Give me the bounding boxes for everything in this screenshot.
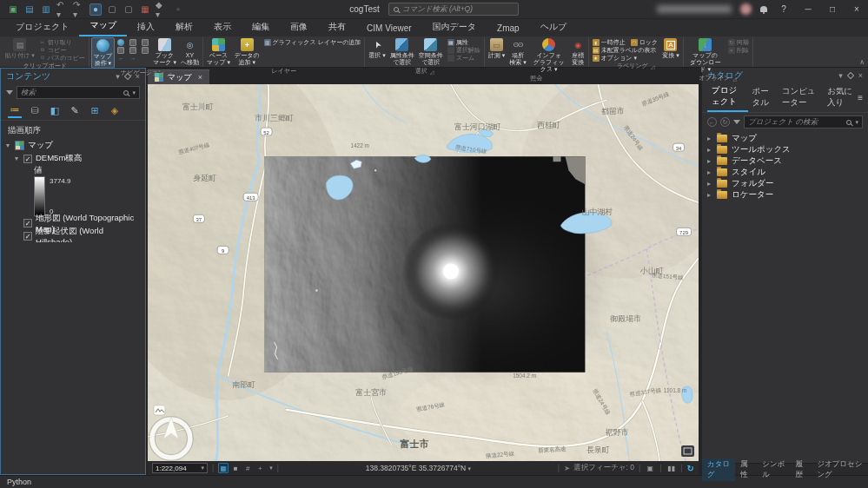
dock-tab-カタログ[interactable]: カタログ	[702, 458, 735, 481]
minimize-button[interactable]: ─	[800, 4, 816, 14]
ribbon-button-貼り付け[interactable]: 貼り付け ▾	[3, 37, 36, 60]
ribbon-button-grid[interactable]	[140, 46, 150, 54]
customize-icon[interactable]: ▫	[172, 3, 184, 16]
catalog-tab-お気に入り[interactable]: お気に入り	[823, 84, 858, 111]
selected-features-count[interactable]: ➤選択フィーチャ: 0	[564, 463, 634, 473]
dock-tab-履歴[interactable]: 履歴	[791, 458, 812, 481]
tab-snapping[interactable]: ⊞	[88, 104, 102, 118]
ribbon-button-ズーム[interactable]: ズーム	[446, 54, 476, 62]
overview-button[interactable]	[681, 445, 694, 457]
ribbon-tab-Zmap[interactable]: Zmap	[487, 21, 530, 36]
ribbon-button-arrowR[interactable]	[128, 54, 138, 62]
dialog-launcher-icon[interactable]: ◿	[651, 63, 655, 69]
expand-icon[interactable]: ▸	[706, 157, 712, 165]
disabled-tool-icon[interactable]: ▢	[106, 3, 118, 16]
dialog-launcher-icon[interactable]: ◿	[430, 69, 434, 75]
expand-icon[interactable]: ▾	[13, 155, 20, 162]
collapse-ribbon-icon[interactable]: ∧	[859, 58, 865, 66]
ribbon-button-空間条件で選択[interactable]: 空間条件 で選択	[417, 37, 445, 67]
expand-icon[interactable]: ▸	[706, 191, 712, 199]
filter-icon[interactable]	[733, 120, 740, 124]
map-toggle-3[interactable]: +	[255, 463, 265, 473]
expand-icon[interactable]: ▸	[706, 135, 712, 142]
tab-selection[interactable]: ◧	[48, 104, 62, 118]
avatar[interactable]	[740, 3, 752, 15]
python-tool-icon[interactable]: ◆ ▾	[156, 3, 168, 16]
chevron-down-icon[interactable]: ▾	[269, 465, 273, 472]
command-search-input[interactable]: コマンド検索 (Alt+Q)	[388, 3, 519, 16]
layer-checkbox[interactable]: ✓	[23, 155, 32, 163]
dock-tab-ジオプロセシング[interactable]: ジオプロセシング	[812, 458, 868, 481]
ribbon-button-属性条件で選択[interactable]: 属性条件 で選択	[388, 37, 416, 67]
ribbon-button-ベースマップ[interactable]: ベース マップ ▾	[205, 37, 232, 67]
ribbon-button-座標変換[interactable]: 座標 変換	[570, 37, 586, 67]
toolbox-icon[interactable]: ▦	[139, 3, 151, 16]
redo-icon[interactable]: ↷ ▾	[73, 3, 85, 16]
tree-item-map[interactable]: ▾マップ	[4, 139, 142, 152]
catalog-search-input[interactable]: プロジェクト の検索 ▾	[744, 115, 863, 129]
expand-icon[interactable]: ▸	[706, 168, 712, 176]
tree-item-layer[interactable]: ✓陰影起伏図 (World Hillshade)	[4, 229, 142, 242]
tab-data-source[interactable]: ⛁	[28, 104, 42, 118]
save-project-icon[interactable]: ▥	[40, 3, 52, 16]
notifications-icon[interactable]	[760, 6, 767, 12]
ribbon-tab-編集[interactable]: 編集	[242, 18, 280, 36]
refresh-small-icon[interactable]: ↻	[720, 117, 730, 127]
pane-menu-icon[interactable]: ▾	[838, 71, 843, 80]
ribbon-button-grid[interactable]	[128, 38, 138, 46]
ribbon-button-場所検索[interactable]: 場所 検索 ▾	[507, 37, 527, 67]
ribbon-tab-表示[interactable]: 表示	[203, 18, 242, 36]
ribbon-tab-ヘルプ[interactable]: ヘルプ	[530, 18, 578, 36]
layer-checkbox[interactable]: ✓	[23, 232, 32, 241]
ribbon-button-パスのコピー[interactable]: パスのコピー	[37, 54, 87, 62]
map-canvas[interactable]: 富士川町市川三郷町県道407号線身延町南部町富士河口湖町西桂町都留市県道710号…	[148, 84, 699, 461]
explore-tool-icon[interactable]: ●	[89, 3, 102, 16]
ribbon-button-削除[interactable]: 削除	[726, 46, 751, 54]
open-project-icon[interactable]: ▤	[23, 3, 36, 16]
menu-icon[interactable]: ≡	[858, 93, 863, 102]
ribbon-button-オプション[interactable]: オプション ▾	[591, 54, 639, 62]
close-pane-icon[interactable]: ×	[858, 71, 863, 80]
ribbon-tab-共有[interactable]: 共有	[318, 18, 356, 36]
tab-labeling[interactable]: ◈	[108, 104, 122, 118]
ribbon-button-データの追加[interactable]: データの 追加 ▾	[233, 37, 262, 67]
catalog-tab-ポータル[interactable]: ポータル	[748, 84, 778, 111]
ribbon-button-マップのダウンロード[interactable]: マップの ダウンロード ▾	[686, 37, 726, 74]
close-button[interactable]: ×	[849, 4, 865, 14]
dock-tab-属性[interactable]: 属性	[735, 458, 757, 481]
catalog-item-ツールボックス[interactable]: ▸ツールボックス	[706, 144, 865, 155]
dialog-launcher-icon[interactable]: ◿	[167, 70, 171, 76]
ribbon-button-選択[interactable]: 選択 ▾	[367, 37, 387, 60]
ribbon-tab-プロジェクト[interactable]: プロジェクト	[5, 18, 79, 36]
map-toggle-1[interactable]: ■	[230, 463, 241, 473]
catalog-item-マップ[interactable]: ▸マップ	[706, 133, 865, 144]
catalog-tab-プロジェクト[interactable]: プロジェクト	[707, 83, 748, 112]
pin-icon[interactable]	[846, 72, 853, 79]
expand-icon[interactable]: ▸	[706, 146, 712, 154]
bookmark-marker-icon[interactable]	[154, 406, 165, 415]
maximize-button[interactable]: □	[825, 4, 840, 14]
ribbon-button-XYへ移動[interactable]: XY へ移動	[179, 37, 201, 67]
map-toggle-2[interactable]: #	[242, 463, 253, 473]
ribbon-tab-解析[interactable]: 解析	[165, 18, 203, 36]
refresh-icon[interactable]: ↻	[687, 464, 694, 473]
ribbon-button-グラフィックス レイヤーの追加[interactable]: グラフィックス レイヤーの追加	[262, 38, 363, 46]
ribbon-tab-画像[interactable]: 画像	[280, 18, 318, 36]
ribbon-tab-国内データ[interactable]: 国内データ	[422, 18, 487, 36]
contents-search-input[interactable]: 検索 ▾	[17, 86, 140, 99]
ribbon-tab-マップ[interactable]: マップ	[79, 16, 127, 36]
ribbon-button-grid[interactable]	[116, 46, 126, 54]
ribbon-button-ブックマーク[interactable]: ブック マーク ▾	[151, 37, 178, 67]
catalog-item-ロケーター[interactable]: ▸ロケーター	[706, 189, 865, 201]
filter-icon[interactable]	[6, 90, 13, 95]
ribbon-button-grid[interactable]	[140, 38, 150, 46]
help-button[interactable]: ?	[776, 4, 792, 14]
layer-checkbox[interactable]: ✓	[23, 219, 32, 228]
ribbon-button-変換[interactable]: 変換 ▾	[660, 37, 680, 60]
coordinate-readout[interactable]: 138.3820735°E 35.3726774°N ▾	[283, 464, 553, 472]
scale-input[interactable]: 1:222,094▾	[152, 463, 208, 473]
expand-icon[interactable]: ▾	[4, 142, 11, 149]
dock-tab-シンボル[interactable]: シンボル	[757, 458, 790, 481]
catalog-tab-コンピューター[interactable]: コンピューター	[778, 84, 823, 111]
catalog-item-フォルダー[interactable]: ▸フォルダー	[706, 178, 865, 189]
